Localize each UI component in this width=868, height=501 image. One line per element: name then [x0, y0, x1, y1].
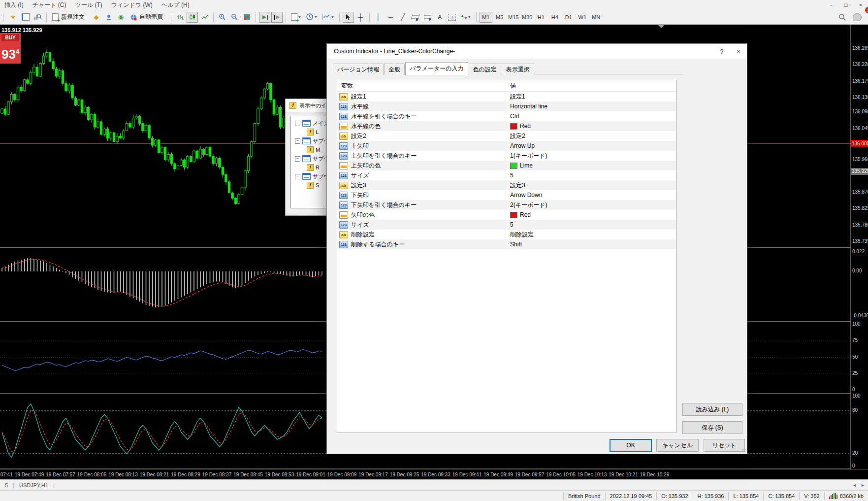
parameter-row[interactable]: 123下矢印を引く場合のキー2(キーボード) [337, 200, 676, 210]
parameter-value-cell[interactable]: Arrow Up [506, 141, 676, 151]
parameter-row[interactable]: 123水平線を引く場合のキーCtrl [337, 111, 676, 121]
tree-collapse-icon[interactable]: − [295, 174, 300, 179]
save-button[interactable]: 保存 (S) [682, 421, 742, 434]
tree-collapse-icon[interactable]: − [295, 138, 300, 144]
periods-button[interactable]: ▼ [304, 12, 320, 23]
community-button[interactable] [103, 12, 114, 23]
dialog-titlebar[interactable]: Custom Indicator - Line_Clicker-ColorCha… [327, 44, 747, 59]
timeframe-button-mn[interactable]: MN [590, 12, 603, 23]
ok-button[interactable]: OK [610, 439, 652, 452]
new-chart-button[interactable]: ★ [7, 12, 19, 23]
parameter-row[interactable]: 123サイズ5 [337, 220, 676, 230]
parameter-value-cell[interactable]: 削除設定 [506, 230, 676, 239]
cancel-button[interactable]: キャンセル [656, 439, 699, 452]
notifications-button[interactable]: 1 [851, 12, 863, 23]
menu-item[interactable]: チャート (C) [28, 0, 71, 10]
parameter-value-cell[interactable]: Arrow Down [506, 190, 676, 200]
parameter-row[interactable]: 上矢印の色Lime [337, 161, 676, 170]
tab-item[interactable]: バージョン情報 [333, 64, 384, 75]
zoom-in-button[interactable] [217, 12, 228, 23]
tab-item[interactable]: 全般 [384, 64, 405, 75]
parameter-row[interactable]: 123上矢印Arrow Up [337, 141, 676, 151]
timeframe-button-m15[interactable]: M15 [507, 12, 520, 23]
channel-button[interactable]: E [410, 12, 421, 23]
parameter-row[interactable]: ab設定3設定3 [337, 180, 676, 190]
parameter-value-cell[interactable]: Red [506, 121, 676, 131]
dialog-close-icon[interactable]: × [730, 44, 747, 59]
trendline-button[interactable]: ╱ [397, 12, 409, 23]
minimize-icon[interactable]: − [824, 0, 838, 10]
parameter-value-cell[interactable]: Ctrl [506, 111, 676, 121]
menu-item[interactable]: 挿入 (I) [0, 0, 28, 10]
parameter-row[interactable]: 123削除する場合のキーShift [337, 239, 676, 249]
tile-windows-button[interactable] [241, 12, 253, 23]
vertical-line-button[interactable]: │ [373, 12, 384, 23]
parameter-value-cell[interactable]: Shift [506, 239, 676, 249]
parameter-value-cell[interactable]: 2(キーボード) [506, 200, 676, 210]
auto-scroll-button[interactable] [259, 12, 270, 23]
price-axis[interactable]: 136.265136.220136.175136.130136.090136.0… [851, 25, 868, 469]
tree-collapse-icon[interactable]: − [295, 156, 300, 162]
load-button[interactable]: 読み込み (L) [682, 403, 742, 416]
timeframe-button-h4[interactable]: H4 [548, 12, 561, 23]
parameter-value-cell[interactable]: 設定2 [506, 131, 676, 141]
menu-item[interactable]: ウィンドウ (W) [107, 0, 157, 10]
time-axis[interactable]: 19 Dec 07:4119 Dec 07:4919 Dec 07:5719 D… [0, 469, 868, 479]
timeframe-button-h1[interactable]: H1 [535, 12, 547, 23]
indicators-button[interactable]: +▼ [289, 12, 303, 23]
chart-tab[interactable]: USDJPY,H1 [14, 482, 53, 488]
arrows-button[interactable]: ▼ [459, 12, 473, 23]
profiles-button[interactable] [20, 12, 31, 23]
zoom-out-button[interactable] [229, 12, 240, 23]
bar-chart-button[interactable] [174, 12, 186, 23]
reset-button[interactable]: リセット [704, 439, 745, 452]
timeframe-button-m30[interactable]: M30 [521, 12, 534, 23]
parameter-row[interactable]: ab設定2設定2 [337, 131, 676, 141]
parameter-row[interactable]: ab設定1設定1 [337, 92, 676, 101]
parameter-value-cell[interactable]: 設定1 [506, 92, 676, 101]
parameter-row[interactable]: 123上矢印を引く場合のキー1(キーボード) [337, 151, 676, 161]
parameter-value-cell[interactable]: 5 [506, 170, 676, 180]
scroll-right-icon[interactable]: ► [861, 483, 865, 488]
tree-collapse-icon[interactable]: − [295, 121, 300, 126]
menu-item[interactable]: ツール (T) [71, 0, 107, 10]
cursor-button[interactable] [343, 12, 354, 23]
parameter-value-cell[interactable]: Lime [506, 161, 676, 170]
timeframe-button-w1[interactable]: W1 [576, 12, 589, 23]
candlestick-chart-button[interactable] [187, 12, 198, 23]
auto-trading-button[interactable]: 自動売買 [128, 12, 168, 23]
parameter-row[interactable]: 水平線の色Red [337, 121, 676, 131]
parameter-row[interactable]: ab削除設定削除設定 [337, 230, 676, 239]
fibonacci-button[interactable]: F [422, 12, 433, 23]
resize-grip[interactable] [742, 449, 746, 453]
text-label-button[interactable]: T [447, 12, 458, 23]
chart-tab[interactable]: 5 [0, 482, 13, 488]
parameter-value-cell[interactable]: 1(キーボード) [506, 151, 676, 161]
parameter-row[interactable]: 矢印の色Red [337, 210, 676, 220]
parameter-row[interactable]: 123サイズ5 [337, 170, 676, 180]
timeframe-button-d1[interactable]: D1 [562, 12, 575, 23]
parameter-value-cell[interactable]: 設定3 [506, 180, 676, 190]
tab-item[interactable]: 色の設定 [469, 64, 501, 75]
chart-shift-button[interactable] [271, 12, 283, 23]
parameter-value-cell[interactable]: Red [506, 210, 676, 220]
signals-button[interactable]: ◉ [115, 12, 127, 23]
scroll-left-icon[interactable]: ◄ [852, 483, 857, 488]
text-button[interactable]: A [434, 12, 446, 23]
market-watch-button[interactable] [32, 12, 43, 23]
mql-button[interactable]: ◆ [91, 12, 102, 23]
parameter-value-cell[interactable]: Horizontal line [506, 101, 676, 111]
line-chart-button[interactable] [199, 12, 210, 23]
parameter-row[interactable]: 123下矢印Arrow Down [337, 190, 676, 200]
search-button[interactable] [836, 12, 848, 23]
parameter-value-cell[interactable]: 5 [506, 220, 676, 230]
restore-icon[interactable]: □ [838, 0, 853, 10]
tab-active[interactable]: パラメーターの入力 [405, 62, 468, 75]
timeframe-button-m1[interactable]: M1 [480, 12, 492, 23]
tab-item[interactable]: 表示選択 [502, 64, 534, 75]
templates-button[interactable]: ▼ [321, 12, 336, 23]
timeframe-button-m5[interactable]: M5 [493, 12, 506, 23]
menu-item[interactable]: ヘルプ (H) [157, 0, 194, 10]
new-order-button[interactable]: + 新規注文 [50, 12, 90, 23]
crosshair-button[interactable]: ┼ [355, 12, 366, 23]
